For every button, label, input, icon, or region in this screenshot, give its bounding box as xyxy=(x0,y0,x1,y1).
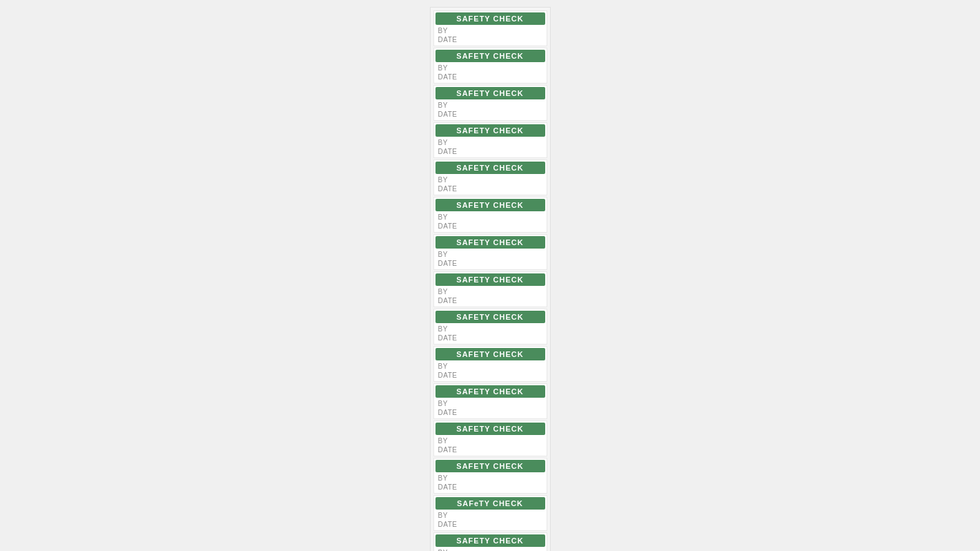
by-field: BY xyxy=(434,250,547,259)
date-field: DATE xyxy=(434,110,547,119)
date-field: DATE xyxy=(434,520,547,529)
page-container: SAFETY CHECKBYDATESAFETY CHECKBYDATESAFE… xyxy=(0,0,980,551)
safety-check-header: SAFETY CHECK xyxy=(435,50,545,62)
safety-check-header: SAFETY CHECK xyxy=(435,385,545,398)
by-field: BY xyxy=(434,64,547,72)
by-field: BY xyxy=(434,26,547,35)
by-field: BY xyxy=(434,548,547,551)
safety-label: SAFETY CHECKBYDATE xyxy=(433,271,547,307)
safety-label: SAFETY CHECKBYDATE xyxy=(433,122,547,158)
safety-label: SAFETY CHECKBYDATE xyxy=(433,234,547,270)
safety-check-header: SAFETY CHECK xyxy=(435,311,545,323)
by-field: BY xyxy=(434,175,547,184)
safety-check-header: SAFETY CHECK xyxy=(435,87,545,99)
safety-label: SAFETY CHECKBYDATE xyxy=(433,458,547,494)
safety-label: SAFETY CHECKBYDATE xyxy=(433,532,547,551)
safety-label: SAFETY CHECKBYDATE xyxy=(433,48,547,84)
by-field: BY xyxy=(434,138,547,147)
safety-check-header: SAFETY CHECK xyxy=(435,460,545,472)
date-field: DATE xyxy=(434,35,547,44)
by-field: BY xyxy=(434,325,547,334)
by-field: BY xyxy=(434,436,547,445)
safety-check-header: SAFETY CHECK xyxy=(435,423,545,435)
date-field: DATE xyxy=(434,259,547,268)
safety-check-header: SAFETY CHECK xyxy=(435,124,545,137)
date-field: DATE xyxy=(434,334,547,342)
safety-label: SAFeTY CHECKBYDATE xyxy=(433,495,547,531)
safety-label: SAFETY CHECKBYDATE xyxy=(433,85,547,121)
by-field: BY xyxy=(434,399,547,408)
date-field: DATE xyxy=(434,445,547,454)
safety-label: SAFETY CHECKBYDATE xyxy=(433,309,547,345)
by-field: BY xyxy=(434,362,547,371)
safety-label: SAFETY CHECKBYDATE xyxy=(433,346,547,382)
date-field: DATE xyxy=(434,296,547,305)
by-field: BY xyxy=(434,474,547,483)
safety-check-header: SAFETY CHECK xyxy=(435,199,545,211)
by-field: BY xyxy=(434,287,547,296)
safety-label: SAFETY CHECKBYDATE xyxy=(433,420,547,456)
safety-label: SAFETY CHECKBYDATE xyxy=(433,160,547,195)
safety-label: SAFETY CHECKBYDATE xyxy=(433,383,547,419)
date-field: DATE xyxy=(434,408,547,417)
safety-check-header: SAFETY CHECK xyxy=(435,534,545,547)
date-field: DATE xyxy=(434,72,547,81)
safety-check-header: SAFETY CHECK xyxy=(435,348,545,360)
safety-check-header: SAFETY CHECK xyxy=(435,236,545,249)
date-field: DATE xyxy=(434,371,547,380)
by-field: BY xyxy=(434,213,547,222)
date-field: DATE xyxy=(434,222,547,231)
safety-check-header: SAFETY CHECK xyxy=(435,12,545,25)
date-field: DATE xyxy=(434,147,547,156)
safety-check-header: SAFETY CHECK xyxy=(435,273,545,286)
date-field: DATE xyxy=(434,483,547,492)
label-sheet: SAFETY CHECKBYDATESAFETY CHECKBYDATESAFE… xyxy=(430,7,551,551)
safety-check-header: SAFeTY CHECK xyxy=(435,497,545,510)
safety-label: SAFETY CHECKBYDATE xyxy=(433,197,547,233)
safety-label: SAFETY CHECKBYDATE xyxy=(433,10,547,46)
by-field: BY xyxy=(434,101,547,110)
by-field: BY xyxy=(434,511,547,520)
date-field: DATE xyxy=(434,184,547,193)
safety-check-header: SAFETY CHECK xyxy=(435,162,545,174)
